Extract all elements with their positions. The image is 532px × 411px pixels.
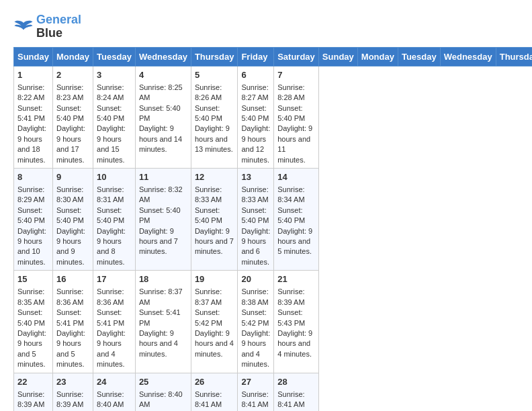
daylight-label: Daylight: 9 hours and 5 minutes.: [277, 227, 312, 256]
calendar-cell: 1Sunrise: 8:22 AMSunset: 5:41 PMDaylight…: [14, 66, 53, 168]
sunset-label: Sunset: 5:40 PM: [277, 206, 305, 224]
daylight-label: Daylight: 9 hours and 4 minutes.: [195, 329, 234, 358]
daylight-label: Daylight: 9 hours and 17 minutes.: [56, 124, 85, 163]
calendar-week-4: 22Sunrise: 8:39 AMSunset: 5:43 PMDayligh…: [14, 373, 533, 411]
header-day-wednesday: Wednesday: [440, 47, 496, 66]
sunrise-label: Sunrise: 8:34 AM: [277, 185, 304, 203]
sunset-label: Sunset: 5:41 PM: [97, 308, 124, 326]
day-number: 3: [97, 69, 132, 81]
header-thursday: Thursday: [191, 47, 238, 66]
sunset-label: Sunset: 5:40 PM: [277, 104, 305, 122]
sunset-label: Sunset: 5:40 PM: [17, 308, 45, 326]
sunrise-label: Sunrise: 8:23 AM: [56, 83, 83, 101]
sunrise-label: Sunrise: 8:28 AM: [277, 83, 304, 101]
header-day-sunday: Sunday: [318, 47, 357, 66]
daylight-label: Daylight: 9 hours and 13 minutes.: [195, 124, 233, 153]
calendar-cell: 28Sunrise: 8:41 AMSunset: 5:47 PMDayligh…: [274, 373, 319, 411]
day-number: 24: [97, 376, 132, 388]
sunrise-label: Sunrise: 8:26 AM: [195, 83, 222, 101]
daylight-label: Daylight: 9 hours and 8 minutes.: [97, 227, 126, 266]
calendar-cell: 6Sunrise: 8:27 AMSunset: 5:40 PMDaylight…: [238, 66, 274, 168]
day-number: 10: [97, 171, 132, 183]
calendar-cell: 12Sunrise: 8:33 AMSunset: 5:40 PMDayligh…: [191, 168, 238, 270]
sunrise-label: Sunrise: 8:32 AM: [139, 185, 183, 203]
calendar-cell: 9Sunrise: 8:30 AMSunset: 5:40 PMDaylight…: [52, 168, 93, 270]
calendar-cell: 15Sunrise: 8:35 AMSunset: 5:40 PMDayligh…: [14, 271, 53, 373]
calendar-cell: 17Sunrise: 8:36 AMSunset: 5:41 PMDayligh…: [93, 271, 136, 373]
calendar-cell: 20Sunrise: 8:38 AMSunset: 5:42 PMDayligh…: [238, 271, 274, 373]
day-number: 17: [97, 273, 132, 285]
daylight-label: Daylight: 9 hours and 4 minutes.: [241, 329, 270, 368]
sunset-label: Sunset: 5:40 PM: [97, 104, 124, 122]
day-number: 11: [139, 171, 187, 183]
sunrise-label: Sunrise: 8:37 AM: [139, 287, 183, 306]
sunrise-label: Sunrise: 8:33 AM: [195, 185, 222, 203]
sunrise-label: Sunrise: 8:37 AM: [195, 287, 222, 306]
daylight-label: Daylight: 9 hours and 18 minutes.: [17, 124, 46, 163]
calendar-cell: 4Sunrise: 8:25 AMSunset: 5:40 PMDaylight…: [135, 66, 191, 168]
sunset-label: Sunset: 5:41 PM: [56, 308, 84, 326]
day-number: 27: [241, 376, 270, 388]
sunrise-label: Sunrise: 8:36 AM: [97, 287, 124, 306]
sunset-label: Sunset: 5:42 PM: [241, 308, 269, 326]
day-number: 25: [139, 376, 187, 388]
day-number: 18: [139, 273, 187, 285]
sunrise-label: Sunrise: 8:36 AM: [56, 287, 83, 306]
sunrise-label: Sunrise: 8:31 AM: [97, 185, 124, 203]
sunrise-label: Sunrise: 8:27 AM: [241, 83, 268, 101]
calendar-cell: 25Sunrise: 8:40 AMSunset: 5:45 PMDayligh…: [135, 373, 191, 411]
day-number: 8: [17, 171, 49, 183]
calendar-cell: 22Sunrise: 8:39 AMSunset: 5:43 PMDayligh…: [14, 373, 53, 411]
day-number: 2: [56, 69, 89, 81]
calendar-header-row: SundayMondayTuesdayWednesdayThursdayFrid…: [14, 47, 533, 66]
sunrise-label: Sunrise: 8:38 AM: [241, 287, 268, 306]
sunset-label: Sunset: 5:40 PM: [195, 104, 222, 122]
sunrise-label: Sunrise: 8:30 AM: [56, 185, 83, 203]
day-number: 4: [139, 69, 187, 81]
day-number: 9: [56, 171, 89, 183]
calendar-cell: 7Sunrise: 8:28 AMSunset: 5:40 PMDaylight…: [274, 66, 319, 168]
header-saturday: Saturday: [274, 47, 319, 66]
calendar-cell: 3Sunrise: 8:24 AMSunset: 5:40 PMDaylight…: [93, 66, 136, 168]
day-number: 22: [17, 376, 49, 388]
sunrise-label: Sunrise: 8:40 AM: [139, 390, 183, 408]
day-number: 21: [277, 273, 315, 285]
day-number: 23: [56, 376, 89, 388]
daylight-label: Daylight: 9 hours and 11 minutes.: [277, 124, 312, 163]
day-number: 28: [277, 376, 315, 388]
calendar-cell: 11Sunrise: 8:32 AMSunset: 5:40 PMDayligh…: [135, 168, 191, 270]
header-monday: Monday: [52, 47, 93, 66]
day-number: 26: [195, 376, 234, 388]
header-wednesday: Wednesday: [135, 47, 191, 66]
calendar-cell: 13Sunrise: 8:33 AMSunset: 5:40 PMDayligh…: [238, 168, 274, 270]
daylight-label: Daylight: 9 hours and 7 minutes.: [139, 227, 178, 256]
sunrise-label: Sunrise: 8:41 AM: [277, 390, 304, 408]
logo-icon: [13, 19, 34, 35]
day-number: 5: [195, 69, 234, 81]
sunrise-label: Sunrise: 8:39 AM: [56, 390, 83, 408]
sunset-label: Sunset: 5:40 PM: [97, 206, 124, 224]
page-header: General Blue: [13, 13, 519, 40]
daylight-label: Daylight: 9 hours and 10 minutes.: [17, 227, 46, 266]
daylight-label: Daylight: 9 hours and 14 minutes.: [139, 124, 182, 153]
day-number: 7: [277, 69, 315, 81]
calendar-cell: 2Sunrise: 8:23 AMSunset: 5:40 PMDaylight…: [52, 66, 93, 168]
sunset-label: Sunset: 5:40 PM: [139, 206, 181, 224]
sunrise-label: Sunrise: 8:41 AM: [241, 390, 268, 408]
sunrise-label: Sunrise: 8:22 AM: [17, 83, 44, 101]
sunrise-label: Sunrise: 8:35 AM: [17, 287, 44, 306]
sunset-label: Sunset: 5:41 PM: [139, 308, 181, 326]
daylight-label: Daylight: 9 hours and 15 minutes.: [97, 124, 126, 163]
sunset-label: Sunset: 5:42 PM: [195, 308, 222, 326]
day-number: 19: [195, 273, 234, 285]
sunset-label: Sunset: 5:40 PM: [241, 206, 269, 224]
sunset-label: Sunset: 5:40 PM: [17, 206, 45, 224]
sunset-label: Sunset: 5:40 PM: [56, 206, 84, 224]
calendar-table: SundayMondayTuesdayWednesdayThursdayFrid…: [13, 47, 532, 411]
calendar-week-1: 1Sunrise: 8:22 AMSunset: 5:41 PMDaylight…: [14, 66, 533, 168]
daylight-label: Daylight: 9 hours and 4 minutes.: [139, 329, 178, 358]
sunset-label: Sunset: 5:40 PM: [241, 104, 269, 122]
sunrise-label: Sunrise: 8:41 AM: [195, 390, 222, 408]
day-number: 1: [17, 69, 49, 81]
day-number: 20: [241, 273, 270, 285]
